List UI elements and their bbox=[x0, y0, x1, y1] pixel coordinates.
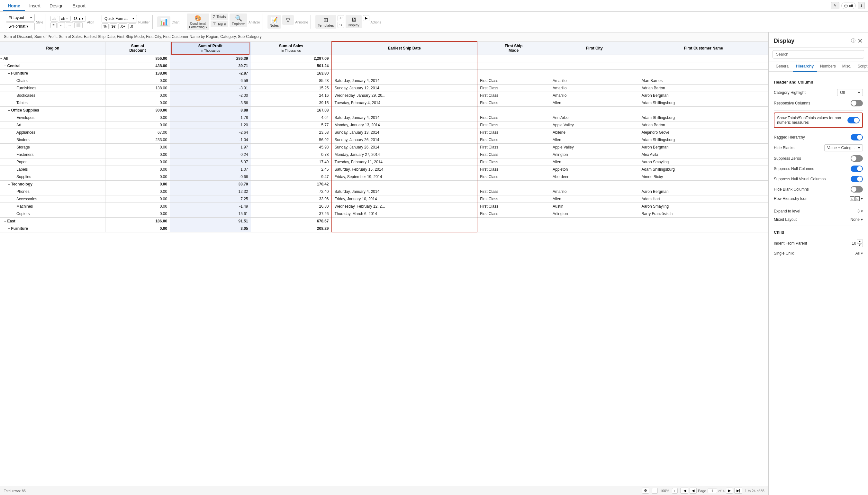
zoom-in-btn[interactable]: + bbox=[672, 488, 678, 494]
row-cell: 0.00 bbox=[105, 151, 170, 158]
row-cell bbox=[477, 217, 550, 225]
expand-icon[interactable]: − bbox=[4, 64, 6, 68]
decimal-inc-btn[interactable]: .0+ bbox=[118, 23, 127, 29]
row-cell: 2.45 bbox=[251, 166, 331, 173]
tab-design[interactable]: Design bbox=[45, 1, 68, 11]
col-header-customer[interactable]: First Customer Name bbox=[639, 41, 768, 55]
indent-down-btn[interactable]: ▼ bbox=[857, 243, 863, 247]
conditional-format-btn[interactable]: 🎨 ConditionalFormatting ▾ bbox=[187, 14, 209, 30]
page-last-btn[interactable]: ▶| bbox=[734, 488, 742, 494]
indent-btn[interactable]: ← bbox=[57, 22, 65, 28]
col-header-city[interactable]: First City bbox=[550, 41, 639, 55]
tab-numbers[interactable]: Numbers bbox=[817, 62, 839, 72]
decimal-dec-btn[interactable]: .0- bbox=[128, 23, 136, 29]
row-label: Bookcases bbox=[0, 91, 105, 99]
mixed-layout-chevron[interactable]: ▾ bbox=[861, 217, 863, 222]
info-button[interactable]: ℹ bbox=[858, 2, 865, 9]
panel-close-btn[interactable]: ✕ bbox=[857, 37, 863, 45]
off-toggle-button[interactable]: ⏻ off bbox=[841, 3, 856, 9]
expand-level-value: 3 bbox=[857, 209, 860, 214]
indent-up-btn[interactable]: ▲ bbox=[857, 239, 863, 243]
analyze-group-label: Analyze bbox=[249, 21, 260, 24]
page-first-btn[interactable]: |◀ bbox=[680, 488, 688, 494]
redo-btn[interactable]: ↪ bbox=[338, 22, 344, 28]
settings-btn[interactable]: ⚙ bbox=[642, 488, 649, 494]
hide-blanks-dropdown[interactable]: Value + Categ... ▾ bbox=[824, 144, 863, 151]
text-align2-btn[interactable]: ab↔ bbox=[59, 16, 70, 21]
topn-btn[interactable]: ⊤ Top n bbox=[210, 21, 228, 27]
row-cell: Allen bbox=[550, 158, 639, 166]
totals-btn[interactable]: Σ Totals bbox=[210, 14, 228, 20]
ragged-hierarchy-toggle[interactable] bbox=[851, 134, 863, 140]
layout-dropdown[interactable]: ⊟ Layout ▾ bbox=[6, 14, 35, 21]
row-cell: 208.29 bbox=[251, 225, 331, 232]
suppress-null-visual-toggle[interactable] bbox=[851, 176, 863, 182]
percent-btn[interactable]: % bbox=[102, 23, 109, 29]
filter-btn[interactable]: ▽ bbox=[282, 15, 294, 25]
undo-btn[interactable]: ↩ bbox=[338, 15, 344, 21]
tab-general[interactable]: General bbox=[772, 62, 793, 72]
row-hierarchy-icon-chevron[interactable]: ▾ bbox=[861, 197, 863, 201]
tab-insert[interactable]: Insert bbox=[25, 1, 45, 11]
row-cell: 17.49 bbox=[251, 158, 331, 166]
notes-btn[interactable]: 📝 Notes bbox=[268, 15, 281, 29]
tab-hierarchy[interactable]: Hierarchy bbox=[793, 62, 817, 72]
page-next-btn[interactable]: ▶ bbox=[726, 488, 733, 494]
outdent-btn[interactable]: → bbox=[66, 22, 73, 28]
format-dropdown[interactable]: 🖌 Format ▾ bbox=[6, 22, 35, 30]
col-header-ship-mode[interactable]: First ShipMode bbox=[477, 41, 550, 55]
tab-scripting[interactable]: Scripting bbox=[854, 62, 868, 72]
col-header-ship-date[interactable]: Earliest Ship Date bbox=[332, 41, 477, 55]
page-input[interactable] bbox=[708, 489, 717, 493]
expand-icon[interactable]: − bbox=[8, 108, 10, 112]
zoom-out-btn[interactable]: − bbox=[652, 488, 658, 494]
power-icon: ⏻ bbox=[844, 4, 848, 8]
expand-level-chevron[interactable]: ▾ bbox=[861, 209, 863, 214]
suppress-null-columns-toggle[interactable] bbox=[851, 166, 863, 172]
quick-format-dropdown[interactable]: Quick Format ▾ bbox=[102, 15, 137, 22]
expand-icon[interactable]: − bbox=[8, 71, 10, 75]
row-cell: Monday, January 27, 2014 bbox=[332, 151, 477, 158]
suppress-zeros-toggle[interactable] bbox=[851, 155, 863, 162]
edit-icon: ✎ bbox=[834, 3, 836, 8]
col-header-sales[interactable]: Sum of Salesin Thousands bbox=[251, 41, 331, 55]
single-child-chevron[interactable]: ▾ bbox=[861, 251, 863, 256]
explorer-btn[interactable]: 🔍 Explorer bbox=[229, 14, 247, 27]
tab-misc[interactable]: Misc. bbox=[839, 62, 854, 72]
show-totals-toggle[interactable] bbox=[847, 117, 860, 123]
row-label: Envelopes bbox=[0, 114, 105, 121]
filter-icon: ▽ bbox=[286, 16, 290, 23]
border-btn[interactable]: ⬜ bbox=[74, 22, 83, 28]
row-cell: First Class bbox=[477, 121, 550, 129]
expand-icon[interactable]: − bbox=[0, 56, 2, 61]
col-header-profit[interactable]: Sum of Profitin Thousands bbox=[170, 41, 251, 55]
table-wrapper[interactable]: Region Sum ofDiscount Sum of Profitin Th… bbox=[0, 41, 768, 486]
row-cell: -1.49 bbox=[170, 203, 251, 210]
tab-export[interactable]: Export bbox=[68, 1, 90, 11]
tab-home[interactable]: Home bbox=[3, 1, 25, 11]
col-header-region[interactable]: Region bbox=[0, 41, 105, 55]
expand-icon[interactable]: − bbox=[4, 219, 6, 223]
page-prev-btn[interactable]: ◀ bbox=[690, 488, 697, 494]
row-cell: 3.05 bbox=[170, 225, 251, 232]
align-left-btn[interactable]: ≡ bbox=[50, 22, 56, 28]
col-header-discount[interactable]: Sum ofDiscount bbox=[105, 41, 170, 55]
templates-btn[interactable]: ⊞ Templates bbox=[316, 15, 336, 29]
more-actions-btn[interactable]: ▶ bbox=[363, 15, 369, 21]
row-cell bbox=[639, 55, 768, 62]
category-highlight-dropdown[interactable]: Off ▾ bbox=[837, 89, 863, 96]
text-align-btn[interactable]: ab bbox=[50, 16, 58, 21]
table-row: −Technology0.0033.70170.42 bbox=[0, 180, 768, 188]
expand-icon[interactable]: − bbox=[8, 182, 10, 186]
responsive-columns-toggle[interactable] bbox=[851, 100, 863, 106]
edit-toggle-button[interactable]: ✎ bbox=[831, 2, 839, 9]
chart-btn[interactable]: 📊 bbox=[157, 16, 170, 27]
font-size-btn[interactable]: 18 ▲▼ bbox=[72, 16, 86, 21]
hide-blank-columns-toggle[interactable] bbox=[851, 186, 863, 192]
panel-header: Display ⓘ ✕ bbox=[769, 32, 868, 48]
expand-icon[interactable]: − bbox=[8, 227, 10, 231]
panel-search-input[interactable] bbox=[772, 50, 864, 58]
row-cell: 0.00 bbox=[105, 121, 170, 129]
currency-btn[interactable]: $€ bbox=[109, 23, 117, 29]
display-btn[interactable]: 🖥 Display bbox=[345, 15, 362, 28]
